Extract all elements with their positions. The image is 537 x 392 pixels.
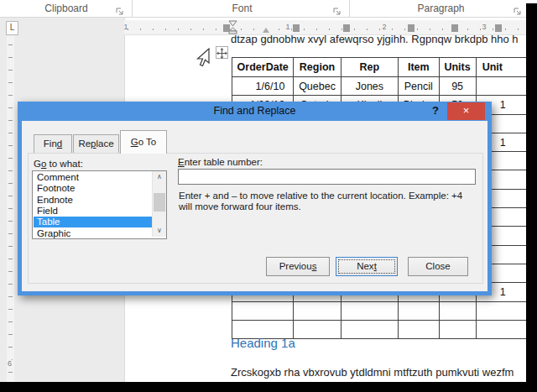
scroll-up-icon[interactable]: ∧ xyxy=(153,171,166,183)
table-cell xyxy=(294,301,341,320)
dialog-body: FindReplaceGo To Go to what: CommentFoot… xyxy=(22,121,487,291)
table-column-marker[interactable] xyxy=(495,24,502,32)
table-cell xyxy=(294,320,341,338)
table-header-row: OrderDateRegionRepItemUnitsUnit xyxy=(232,58,537,77)
table-column-marker[interactable] xyxy=(408,24,414,32)
table-cell xyxy=(439,320,476,338)
table-cell xyxy=(341,320,398,338)
table-cell: 95 xyxy=(439,77,476,96)
tab-go-to[interactable]: Go To xyxy=(120,130,167,154)
dialog-title: Find and Replace xyxy=(18,105,492,117)
dialog-help-text: Enter + and – to move relative to the cu… xyxy=(179,191,462,201)
table-cell xyxy=(399,301,439,320)
table-row xyxy=(232,301,537,320)
goto-what-label: Go to what: xyxy=(34,159,83,169)
ribbon-group-label: Clipboard xyxy=(0,3,133,14)
table-header-cell: Item xyxy=(399,58,439,77)
heading-text: Heading 1a xyxy=(231,336,295,350)
tab-selector-button[interactable]: L xyxy=(6,21,18,35)
ribbon-group-clipboard: Clipboard xyxy=(0,0,133,17)
table-column-marker[interactable] xyxy=(343,24,350,32)
next-button[interactable]: Next xyxy=(336,257,398,276)
table-header-cell: Rep xyxy=(341,58,398,77)
table-cell: 1/6/10 xyxy=(232,77,294,96)
screenshot-crop-strip xyxy=(526,3,537,392)
table-header-cell: Units xyxy=(439,58,476,77)
table-cell xyxy=(232,301,294,320)
group-separator xyxy=(132,0,133,17)
table-cell xyxy=(399,320,439,338)
dialog-launcher-icon[interactable] xyxy=(116,4,124,13)
scrollbar-thumb[interactable] xyxy=(154,193,165,212)
table-number-input[interactable] xyxy=(178,169,476,185)
table-header-cell: Region xyxy=(294,58,341,77)
previous-button[interactable]: Previous xyxy=(266,257,330,276)
tab-replace[interactable]: Replace xyxy=(73,134,119,153)
close-button[interactable]: Close xyxy=(408,257,468,276)
list-item-endnote[interactable]: Endnote xyxy=(34,195,154,206)
enter-table-number-label: Enter table number: xyxy=(178,157,263,167)
ruler-number: 1 xyxy=(285,23,289,31)
ribbon-group-paragraph: Paragraph xyxy=(352,0,530,17)
table-cell: Quebec xyxy=(294,77,341,96)
scroll-down-icon[interactable]: ∨ xyxy=(153,225,166,237)
ruler-ticks xyxy=(8,44,13,377)
table-column-marker[interactable] xyxy=(293,24,300,32)
table-move-handle[interactable] xyxy=(216,46,228,59)
screenshot-crop-strip xyxy=(0,382,537,392)
table-cell: Pencil xyxy=(399,77,439,96)
dialog-help-text: will move forward four items. xyxy=(179,201,301,212)
table-cell xyxy=(439,301,476,320)
dialog-launcher-icon[interactable] xyxy=(514,4,522,13)
table-cell: Jones xyxy=(341,77,398,96)
ruler-number: 6 xyxy=(8,359,12,368)
ruler-number: 3 xyxy=(482,23,486,31)
table-cell xyxy=(341,301,398,320)
ruler-ticks xyxy=(128,29,530,30)
vertical-ruler: 6 xyxy=(7,36,14,382)
mouse-cursor xyxy=(196,48,211,71)
table-column-marker[interactable] xyxy=(451,24,458,32)
ribbon-group-label: Font xyxy=(134,3,350,14)
help-icon[interactable]: ? xyxy=(427,104,444,119)
paragraph-text: Zrcskogxb rha vbxrovub ytdldmni mtftzuth… xyxy=(231,366,514,379)
find-replace-dialog: Find and Replace ? × FindReplaceGo To Go… xyxy=(18,102,492,295)
word-window: Clipboard Font Paragraph xyxy=(0,0,537,392)
list-item-comment[interactable]: Comment xyxy=(34,172,154,183)
ribbon-group-font: Font xyxy=(134,0,350,17)
paragraph-text: dtzap gdnobhw xvyl afewqrso yjgihh. Rgpn… xyxy=(231,33,519,45)
close-icon[interactable]: × xyxy=(447,102,485,120)
group-separator xyxy=(349,0,350,17)
list-item-table[interactable]: Table xyxy=(34,217,154,227)
table-row: 1/6/10QuebecJonesPencil95 xyxy=(232,77,537,96)
ribbon-strip: Clipboard Font Paragraph xyxy=(0,0,537,18)
listbox-scrollbar: ∧ ∨ xyxy=(152,171,166,237)
ribbon-group-label: Paragraph xyxy=(352,3,530,14)
goto-what-listbox: CommentFootnoteEndnoteFieldTableGraphic … xyxy=(32,170,167,239)
tab-find[interactable]: Find xyxy=(34,134,72,153)
dialog-launcher-icon[interactable] xyxy=(333,4,341,13)
table-header-cell: OrderDate xyxy=(232,58,294,77)
list-item-field[interactable]: Field xyxy=(34,206,154,217)
ruler-number: 1 xyxy=(123,23,128,31)
list-item-footnote[interactable]: Footnote xyxy=(34,183,154,194)
ruler-number: 2 xyxy=(382,23,386,31)
table-column-marker[interactable] xyxy=(223,24,230,32)
list-item-graphic[interactable]: Graphic xyxy=(34,228,154,239)
